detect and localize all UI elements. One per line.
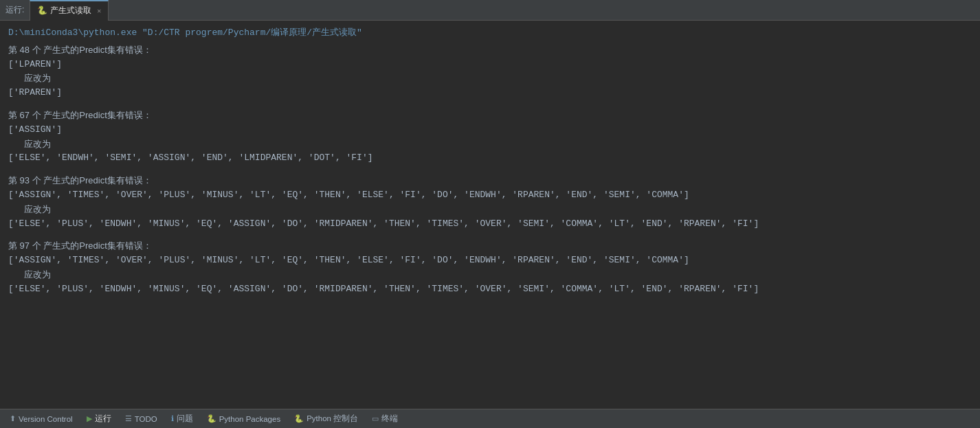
bottom-version-control[interactable]: ⬆ Version Control [3, 409, 80, 429]
code-line-4-0: ['ASSIGN', 'TIMES', 'OVER', 'PLUS', 'MIN… [8, 254, 972, 268]
should-be-4: 应改为 [8, 268, 972, 282]
problems-label: 问题 [177, 414, 193, 424]
code-line-1-2: ['RPAREN'] [8, 86, 972, 100]
run-label: 运行 [95, 414, 111, 424]
python-console-label: Python 控制台 [307, 414, 358, 424]
output-content: D:\miniConda3\python.exe "D:/CTR progrem… [0, 21, 980, 409]
python-console-icon: 🐍 [294, 414, 304, 423]
error-block-3: 第 93 个 产生式的Predict集有错误： ['ASSIGN', 'TIME… [8, 174, 972, 231]
error-block-1: 第 48 个 产生式的Predict集有错误： ['LPAREN'] 应改为 [… [8, 43, 972, 100]
error-header-4: 第 97 个 产生式的Predict集有错误： [8, 239, 972, 254]
python-packages-icon: 🐍 [207, 414, 216, 423]
python-packages-label: Python Packages [219, 415, 281, 423]
error-header-2: 第 67 个 产生式的Predict集有错误： [8, 109, 972, 123]
error-block-4: 第 97 个 产生式的Predict集有错误： ['ASSIGN', 'TIME… [8, 239, 972, 296]
version-control-label: Version Control [19, 415, 73, 423]
tab-label: 产生式读取 [50, 5, 91, 16]
code-line-4-2: ['ELSE', 'PLUS', 'ENDWH', 'MINUS', 'EQ',… [8, 282, 972, 297]
bottom-problems[interactable]: ℹ 问题 [164, 409, 200, 429]
should-be-1: 应改为 [8, 71, 972, 86]
run-icon: ▶ [87, 414, 92, 423]
version-control-icon: ⬆ [10, 414, 16, 423]
problems-icon: ℹ [171, 414, 174, 423]
command-line: D:\miniConda3\python.exe "D:/CTR progrem… [8, 26, 972, 41]
bottom-python-console[interactable]: 🐍 Python 控制台 [287, 409, 365, 429]
active-tab[interactable]: 🐍 产生式读取 ✕ [30, 0, 109, 21]
code-line-3-2: ['ELSE', 'PLUS', 'ENDWH', 'MINUS', 'EQ',… [8, 217, 972, 232]
code-line-3-0: ['ASSIGN', 'TIMES', 'OVER', 'PLUS', 'MIN… [8, 188, 972, 203]
bottom-toolbar: ⬆ Version Control ▶ 运行 ☰ TODO ℹ 问题 🐍 Pyt… [0, 409, 980, 428]
tab-bar-prefix: 运行: [0, 4, 30, 16]
should-be-2: 应改为 [8, 137, 972, 152]
todo-icon: ☰ [125, 414, 132, 423]
code-line-1-0: ['LPAREN'] [8, 58, 972, 72]
code-line-2-2: ['ELSE', 'ENDWH', 'SEMI', 'ASSIGN', 'END… [8, 151, 972, 166]
error-header-1: 第 48 个 产生式的Predict集有错误： [8, 43, 972, 58]
should-be-3: 应改为 [8, 203, 972, 217]
terminal-label: 终端 [381, 414, 398, 424]
terminal-icon: ▭ [372, 414, 379, 423]
bottom-todo[interactable]: ☰ TODO [118, 409, 164, 429]
code-line-2-0: ['ASSIGN'] [8, 123, 972, 137]
error-block-2: 第 67 个 产生式的Predict集有错误： ['ASSIGN'] 应改为 [… [8, 109, 972, 166]
bottom-python-packages[interactable]: 🐍 Python Packages [200, 409, 288, 429]
tab-bar: 运行: 🐍 产生式读取 ✕ [0, 0, 980, 21]
todo-label: TODO [135, 415, 157, 423]
error-header-3: 第 93 个 产生式的Predict集有错误： [8, 174, 972, 188]
bottom-terminal[interactable]: ▭ 终端 [365, 409, 405, 429]
tab-close-button[interactable]: ✕ [97, 7, 101, 15]
bottom-run[interactable]: ▶ 运行 [80, 409, 118, 429]
tab-python-icon: 🐍 [37, 5, 47, 16]
